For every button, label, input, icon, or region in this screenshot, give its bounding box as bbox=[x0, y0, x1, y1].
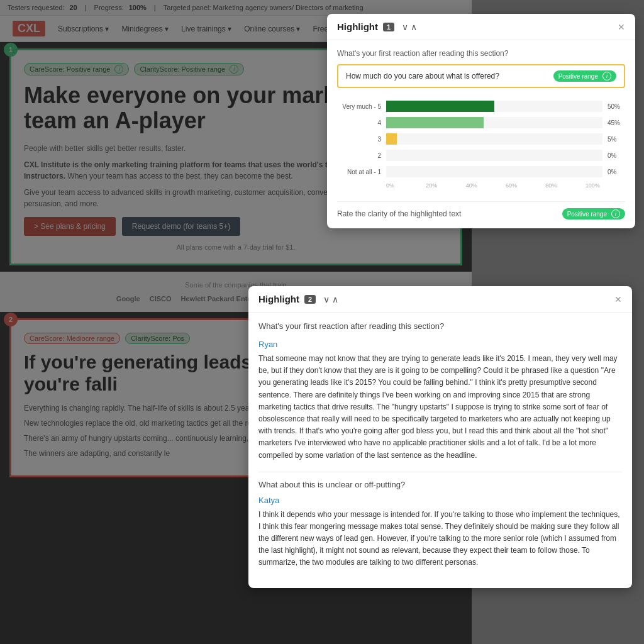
section-number-2: 2 bbox=[4, 313, 18, 326]
reviewer2-text: I think it depends who your message is i… bbox=[258, 509, 622, 569]
testers-label: Testers requested: bbox=[8, 4, 65, 11]
chart-label-4: 2 bbox=[337, 152, 381, 159]
chart-bar-wrap-2 bbox=[386, 117, 602, 128]
close-icon[interactable]: ✕ bbox=[618, 22, 625, 32]
request-demo-button[interactable]: Request demo (for teams 5+) bbox=[122, 217, 240, 236]
highlight-panel-2: Highlight 2 ∨ ∧ ✕ What's your first reac… bbox=[248, 286, 632, 588]
secondary-question: What about this is unclear or off-puttin… bbox=[258, 480, 622, 489]
site-logo: CXL bbox=[13, 21, 45, 36]
clarity-row: Rate the clarity of the highlighted text… bbox=[337, 201, 625, 219]
question-text: How much do you care about what is offer… bbox=[346, 72, 499, 80]
chevron-up-icon[interactable]: ∧ bbox=[411, 22, 417, 32]
chart-row-3: 3 5% bbox=[337, 133, 625, 145]
nav-subscriptions[interactable]: Subscriptions ▾ bbox=[58, 25, 109, 33]
clarity-info-icon-2: i bbox=[611, 209, 620, 218]
x-label-40: 40% bbox=[466, 182, 506, 189]
nav-online[interactable]: Online courses ▾ bbox=[244, 25, 300, 33]
panel1-title: Highlight bbox=[337, 21, 378, 32]
panel2-close-icon[interactable]: ✕ bbox=[614, 294, 622, 304]
chart-label-3: 3 bbox=[337, 136, 381, 143]
panel2-chevron-down-icon[interactable]: ∨ bbox=[323, 294, 330, 304]
panel1-header: Highlight 1 ∨ ∧ ✕ bbox=[327, 14, 635, 40]
chart-row-2: 4 45% bbox=[337, 117, 625, 128]
chart-bar-3 bbox=[386, 133, 397, 145]
logo-google: Google bbox=[116, 295, 140, 303]
panel2-controls[interactable]: ∨ ∧ bbox=[323, 294, 338, 304]
positive-badge: Positive range i bbox=[553, 70, 616, 82]
nav-live[interactable]: Live trainings ▾ bbox=[181, 25, 231, 33]
section-number-1: 1 bbox=[4, 43, 18, 57]
chart-bar-wrap-4 bbox=[386, 150, 602, 161]
chart-row-4: 2 0% bbox=[337, 150, 625, 161]
logo-cisco: CISCO bbox=[150, 295, 172, 303]
x-label-0: 0% bbox=[386, 182, 426, 189]
section-divider bbox=[258, 472, 622, 472]
reviewer2-name: Katya bbox=[258, 496, 622, 505]
active-question: How much do you care about what is offer… bbox=[337, 64, 625, 88]
panel-label: Targeted panel: Marketing agency owners/… bbox=[164, 4, 364, 11]
chart-pct-4: 0% bbox=[608, 152, 625, 159]
panel2-body: What's your first reaction after reading… bbox=[248, 313, 632, 588]
chart-row-1: Very much - 5 50% bbox=[337, 101, 625, 112]
trial-text: All plans come with a 7-day trial for $1… bbox=[24, 243, 448, 251]
reaction-question: What's your first reaction after reading… bbox=[258, 321, 622, 331]
clarity-positive-badge: Positive range i bbox=[562, 208, 625, 219]
progress-value: 100% bbox=[129, 4, 147, 11]
clarity-info-icon: i bbox=[230, 65, 238, 74]
testers-value: 20 bbox=[70, 4, 77, 11]
question-intro: What's your first reaction after reading… bbox=[337, 49, 625, 58]
x-label-20: 20% bbox=[426, 182, 465, 189]
highlight-panel-1: Highlight 1 ∨ ∧ ✕ What's your first reac… bbox=[327, 14, 635, 228]
panel1-badge: 1 bbox=[383, 23, 394, 31]
positive-info-icon: i bbox=[602, 72, 611, 80]
panel2-header: Highlight 2 ∨ ∧ ✕ bbox=[248, 286, 632, 313]
panel2-title: Highlight bbox=[258, 294, 299, 304]
clarity-score-badge-2: ClarityScore: Pos bbox=[125, 333, 190, 344]
chart-pct-3: 5% bbox=[608, 136, 625, 143]
panel2-chevron-up-icon[interactable]: ∧ bbox=[332, 294, 338, 304]
chevron-down-icon[interactable]: ∨ bbox=[402, 22, 408, 32]
chart-row-5: Not at all - 1 0% bbox=[337, 166, 625, 177]
panel1-controls[interactable]: ∨ ∧ bbox=[402, 22, 417, 32]
chart-container: Very much - 5 50% 4 45% 3 5% bbox=[337, 96, 625, 194]
reviewer1-name: Ryan bbox=[258, 340, 622, 349]
reviewer1-text: That someone may not know that they are … bbox=[258, 353, 622, 462]
clarity-label: Rate the clarity of the highlighted text bbox=[337, 209, 461, 218]
chart-bar-wrap-1 bbox=[386, 101, 602, 112]
chart-bar-wrap-5 bbox=[386, 166, 602, 177]
care-score-badge: CareScore: Positive range i bbox=[24, 63, 129, 75]
clarity-score-badge: ClarityScore: Positive range i bbox=[134, 63, 244, 75]
chart-x-labels: 0% 20% 40% 60% 80% 100% bbox=[386, 182, 625, 189]
chart-bar-wrap-3 bbox=[386, 133, 602, 145]
chart-bar-2 bbox=[386, 117, 484, 128]
plans-pricing-button[interactable]: > See plans & pricing bbox=[24, 217, 116, 236]
chart-pct-1: 50% bbox=[608, 103, 625, 110]
x-label-80: 80% bbox=[545, 182, 585, 189]
care-info-icon: i bbox=[114, 65, 123, 74]
progress-label: Progress: bbox=[94, 4, 124, 11]
chart-label-2: 4 bbox=[337, 119, 381, 126]
chart-label-5: Not at all - 1 bbox=[337, 169, 381, 175]
nav-minidegrees[interactable]: Minidegrees ▾ bbox=[121, 25, 169, 33]
panel2-badge: 2 bbox=[304, 295, 316, 304]
chart-pct-5: 0% bbox=[608, 169, 625, 175]
chart-label-1: Very much - 5 bbox=[337, 103, 381, 110]
panel1-body: What's your first reaction after reading… bbox=[327, 40, 635, 228]
x-label-100: 100% bbox=[586, 182, 625, 189]
x-label-60: 60% bbox=[506, 182, 545, 189]
chart-pct-2: 45% bbox=[608, 119, 625, 126]
chart-bar-1 bbox=[386, 101, 494, 112]
care-score-badge-2: CareScore: Mediocre range bbox=[24, 333, 120, 344]
